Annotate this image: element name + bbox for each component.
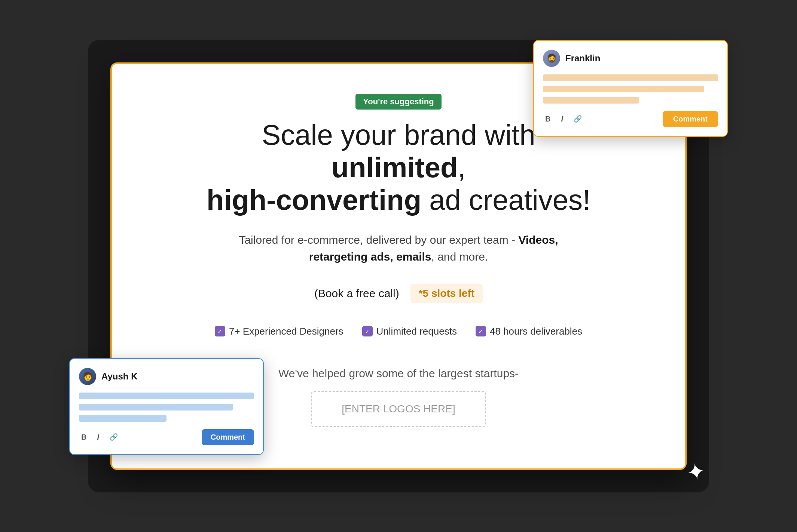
feature-deliverables-label: 48 hours deliverables	[490, 326, 582, 337]
headline-part2: ,	[458, 151, 465, 183]
suggestion-badge: You're suggesting	[355, 94, 441, 110]
headline-part1: Scale your brand with	[262, 119, 535, 151]
slots-badge: *5 slots left	[410, 284, 483, 303]
bold-icon-left[interactable]: B	[79, 431, 89, 443]
cta-row: (Book a free call) *5 slots left	[314, 284, 483, 303]
feature-designers: ✓ 7+ Experienced Designers	[215, 326, 343, 337]
headline-part3: ad creatives!	[421, 184, 590, 216]
subheadline-text-before: Tailored for e-commerce, delivered by ou…	[239, 234, 518, 246]
text-line-left-2	[79, 404, 233, 410]
book-call-link[interactable]: (Book a free call)	[314, 287, 399, 300]
features-row: ✓ 7+ Experienced Designers ✓ Unlimited r…	[215, 326, 582, 337]
check-icon-1: ✓	[215, 326, 225, 336]
text-line-right-3	[543, 97, 639, 104]
italic-icon-right[interactable]: I	[559, 113, 565, 125]
subheadline-text-after: , and more.	[431, 250, 488, 263]
card-toolbar-right: B I 🔗 Comment	[543, 111, 718, 127]
feature-designers-label: 7+ Experienced Designers	[229, 326, 343, 337]
check-icon-2: ✓	[362, 326, 373, 336]
italic-icon-left[interactable]: I	[95, 431, 101, 443]
comment-button-right[interactable]: Comment	[663, 111, 718, 127]
toolbar-icons-left: B I 🔗	[79, 431, 120, 443]
toolbar-icons-right: B I 🔗	[543, 113, 584, 125]
feature-deliverables: ✓ 48 hours deliverables	[476, 326, 582, 337]
comment-text-lines-right	[543, 74, 718, 104]
headline-bold1: unlimited	[332, 151, 458, 183]
subheadline: Tailored for e-commerce, delivered by ou…	[230, 231, 567, 265]
link-icon-right[interactable]: 🔗	[571, 113, 584, 124]
avatar-ayush: 🧑	[79, 368, 96, 385]
comment-button-left[interactable]: Comment	[202, 429, 254, 445]
feature-unlimited-label: Unlimited requests	[376, 326, 457, 337]
text-line-left-3	[79, 415, 167, 422]
headline-bold2: high-converting	[207, 184, 421, 216]
avatar-franklin: 🧔	[543, 50, 560, 67]
text-line-right-1	[543, 74, 718, 81]
comment-card-left: 🧑 Ayush K B I 🔗 Comment	[69, 358, 264, 455]
bold-icon-right[interactable]: B	[543, 113, 553, 125]
card-header-right: 🧔 Franklin	[543, 50, 718, 67]
username-franklin: Franklin	[565, 53, 600, 64]
username-ayush: Ayush K	[101, 371, 137, 382]
feature-unlimited: ✓ Unlimited requests	[362, 326, 457, 337]
startups-text: We've helped grow some of the largest st…	[278, 367, 519, 380]
comment-card-right: 🧔 Franklin B I 🔗 Comment	[533, 40, 728, 137]
comment-text-lines-left	[79, 393, 254, 422]
text-line-right-2	[543, 86, 704, 92]
card-header-left: 🧑 Ayush K	[79, 368, 254, 385]
card-toolbar-left: B I 🔗 Comment	[79, 429, 254, 445]
check-icon-3: ✓	[476, 326, 486, 336]
text-line-left-1	[79, 393, 254, 399]
link-icon-left[interactable]: 🔗	[107, 431, 120, 443]
logos-placeholder: [ENTER LOGOS HERE]	[311, 391, 486, 427]
outer-container: You're suggesting Scale your brand with …	[80, 33, 717, 500]
